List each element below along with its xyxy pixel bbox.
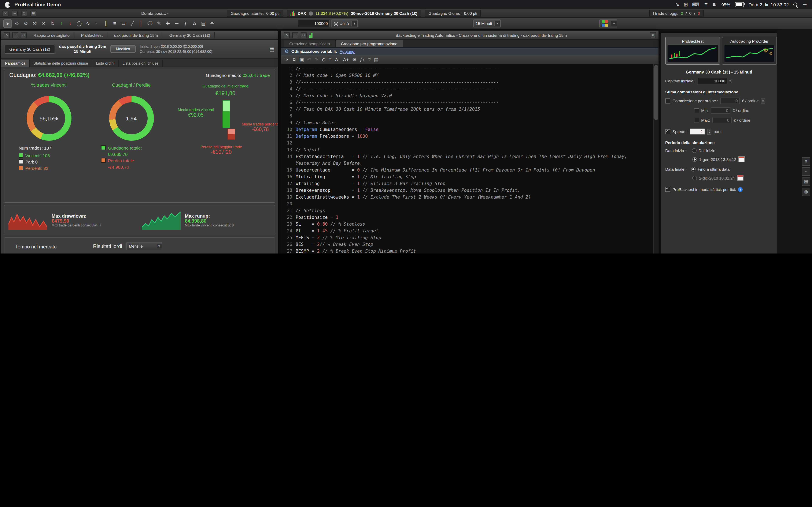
function-icon[interactable]: ƒx (360, 57, 364, 62)
code-line[interactable]: 2// Main code : Open SP500 10 NY (281, 72, 653, 78)
code-line[interactable]: 9// Common Rules (281, 119, 653, 126)
tick-mode-checkbox[interactable] (665, 187, 670, 192)
grid-icon[interactable]: ▦ (802, 177, 810, 186)
unit-select[interactable]: (x) Unità▼ (331, 19, 358, 27)
capital-input[interactable] (698, 78, 727, 84)
code-line[interactable]: 6//-------------------------------------… (281, 99, 653, 106)
rect-icon[interactable]: ▭ (120, 19, 127, 27)
code-line[interactable]: 27BESMP = 2 // % Break Even Stop Minimum… (281, 247, 653, 253)
redo-icon[interactable]: ↷ (314, 57, 318, 62)
code-line[interactable]: 5// Main Code : Straddle Dayopen V2.0 (281, 92, 653, 99)
chart-icon[interactable]: ∿ (675, 2, 679, 8)
target-icon[interactable]: ◎ (802, 187, 810, 196)
triangle-icon[interactable]: Δ (191, 19, 198, 27)
control-center-icon[interactable]: ☰ (803, 2, 807, 7)
calendar-icon[interactable] (737, 175, 743, 181)
vertical-scrollbar[interactable] (653, 64, 658, 253)
undo-icon[interactable]: ↶ (307, 57, 311, 62)
tab-creazione-programmazione[interactable]: Creazione per programmazione (336, 40, 403, 47)
window-tab-instrument[interactable]: Germany 30 Cash (1€) (165, 32, 215, 38)
maximize-icon[interactable]: ⊡ (21, 10, 27, 16)
code-line[interactable]: 19Excludefirsttwoweeks = 1 // Exclude Th… (281, 193, 653, 200)
battery-icon[interactable] (735, 2, 744, 7)
wave-icon[interactable]: ≈ (93, 19, 101, 27)
code-line[interactable]: 12 (281, 139, 653, 146)
timeframe-select[interactable]: 15 Minuti▼ (473, 19, 501, 27)
zoom-icon[interactable]: ⊙ (13, 19, 21, 27)
font-larger-icon[interactable]: A+ (343, 57, 349, 62)
min-input[interactable] (711, 107, 730, 114)
font-smaller-icon[interactable]: A- (335, 57, 340, 62)
end-date-radio[interactable] (692, 176, 697, 180)
calendar-icon[interactable] (739, 156, 745, 162)
tab-lista-posizioni[interactable]: Lista posizioni chiuse (119, 60, 163, 67)
code-line[interactable]: 13// On/off (281, 146, 653, 153)
window-tab-probacktest[interactable]: ProBacktest (77, 32, 107, 38)
keyboard-icon[interactable]: ⌨ (692, 2, 700, 8)
code-line[interactable]: 7// Test On DAX 30 Cash 10 Minute Timefr… (281, 106, 653, 112)
minimize-icon[interactable]: ─ (12, 10, 18, 16)
code-line[interactable]: 20 (281, 200, 653, 207)
code-line[interactable]: 1//-------------------------------------… (281, 65, 653, 72)
wifi-icon[interactable]: ≋ (712, 2, 717, 8)
window-tab-system[interactable]: dax paoul div traing 15m (110, 32, 163, 38)
min-checkbox[interactable] (694, 108, 699, 113)
fee-stepper[interactable]: ▲▼ (761, 98, 765, 104)
close-icon[interactable]: ✕ (3, 10, 8, 16)
instrument-box[interactable]: Germany 30 Cash (1€) (5, 45, 55, 53)
hint-icon[interactable]: ☀ (352, 57, 357, 62)
tab-probacktest[interactable]: ProBacktest (665, 37, 720, 65)
info-icon[interactable]: i (738, 187, 743, 191)
spread-input[interactable] (690, 128, 705, 135)
period-select[interactable]: Mensile▼ (126, 242, 162, 250)
max-input[interactable] (712, 117, 731, 123)
eraser-icon[interactable]: ▤ (200, 19, 207, 27)
gear-icon[interactable]: ⚙ (22, 19, 30, 27)
start-from-beginning-radio[interactable] (692, 148, 696, 153)
cursor-icon[interactable]: ➤ (3, 19, 12, 28)
spread-stepper[interactable]: ▲▼ (707, 129, 712, 134)
help-icon[interactable]: ? (368, 57, 371, 62)
maximize-icon[interactable]: ⊡ (301, 32, 307, 38)
code-line[interactable]: 21// Settings (281, 207, 653, 214)
sell-arrow-icon[interactable]: ↓ (66, 19, 74, 27)
code-line[interactable]: 22Positionsize = 1 (281, 214, 653, 221)
ellipse-icon[interactable]: ◯ (75, 19, 83, 27)
marker-icon[interactable]: ✏ (208, 19, 216, 27)
code-line[interactable]: 10Defparam Cumulateorders = False (281, 126, 653, 133)
close-icon[interactable]: ✕ (4, 32, 10, 38)
search-icon[interactable]: ⊙ (322, 57, 326, 62)
code-line[interactable]: 14Extratradecriteria = 1 // I.e. Long; O… (281, 153, 653, 166)
tab-creazione-semplificata[interactable]: Creazione semplificata (284, 40, 336, 47)
code-line[interactable]: 16Mfetrailing = 1 // Mfe Trailing Stop (281, 173, 653, 180)
spread-checkbox[interactable] (665, 129, 670, 134)
copy-icon[interactable]: ⧉ (293, 57, 296, 62)
tab-panoramica[interactable]: Panoramica (1, 60, 30, 67)
maximize-icon[interactable]: ⊡ (21, 32, 27, 38)
tab-statistiche[interactable]: Statistiche delle posizioni chiuse (30, 60, 92, 67)
code-line[interactable]: 18Breakevenstop = 1 // Breakevenstop, Mo… (281, 187, 653, 193)
tab-autotrading-proorder[interactable]: Autotrading ProOrder ⚙ ⚙ (722, 37, 777, 65)
code-line[interactable]: 25MFETS = 2 // % Mfe Trailing Stop (281, 234, 653, 241)
color-palette-select[interactable]: ▼ (600, 19, 617, 27)
code-area[interactable]: 1//-------------------------------------… (281, 64, 653, 253)
vresize-icon[interactable]: ⇔ (802, 167, 810, 176)
minimize-icon[interactable]: ─ (12, 32, 18, 38)
indicator-icon[interactable]: ƒ (182, 19, 190, 27)
hline-icon[interactable]: ─ (173, 19, 181, 27)
detach-icon[interactable]: ⧉ (650, 32, 656, 38)
expand-icon[interactable]: ⇕ (802, 157, 810, 166)
fee-checkbox[interactable] (665, 98, 670, 103)
tab-lista-ordini[interactable]: Lista ordini (92, 60, 119, 67)
fee-input[interactable] (720, 98, 740, 104)
text-icon[interactable]: Ⓣ (146, 19, 154, 27)
code-line[interactable]: 4//-------------------------------------… (281, 86, 653, 92)
paste-icon[interactable]: ▣ (299, 57, 304, 62)
code-line[interactable]: 8 (281, 112, 653, 119)
window-icon[interactable]: ⊞ (683, 2, 688, 8)
trendline-icon[interactable]: ╱ (129, 19, 136, 27)
close-icon[interactable]: ✕ (40, 19, 47, 27)
modify-button[interactable]: Modifica (110, 45, 136, 53)
code-line[interactable]: 23SL = 0.80 // % Stoploss (281, 221, 653, 227)
minimize-icon[interactable]: ─ (292, 32, 298, 38)
